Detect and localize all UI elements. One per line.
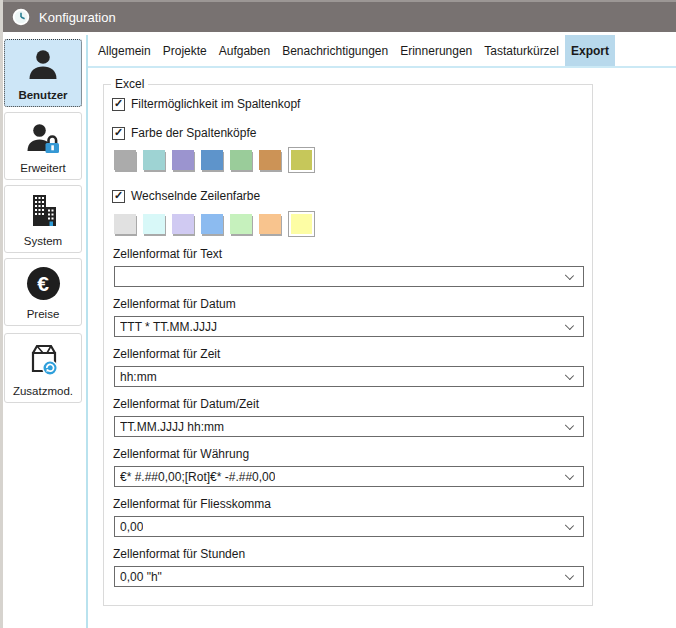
combobox-value: 0,00 "h" xyxy=(120,570,162,584)
field-zellenformat-datum-zeit: Zellenformat für Datum/Zeit TT.MM.JJJJ h… xyxy=(112,397,584,437)
checkbox-label: Wechselnde Zeilenfarbe xyxy=(131,189,260,203)
field-zellenformat-waehrung: Zellenformat für Währung €* #.##0,00;[Ro… xyxy=(112,447,584,487)
tab-export[interactable]: Export xyxy=(565,35,615,66)
zellenformat-zeit-combobox[interactable]: hh:mm xyxy=(114,366,584,387)
window-title: Konfiguration xyxy=(39,10,116,25)
sidebar-item-preise[interactable]: € Preise xyxy=(4,258,82,326)
chevron-down-icon xyxy=(565,321,574,330)
row-color-swatches xyxy=(114,211,315,237)
color-swatch[interactable] xyxy=(114,214,136,234)
sidebar: Benutzer Erweitert xyxy=(4,39,82,408)
color-swatch[interactable] xyxy=(143,214,165,234)
combobox-value: 0,00 xyxy=(120,520,143,534)
sidebar-item-label: Erweitert xyxy=(20,162,65,174)
zellenformat-fliesskomma-combobox[interactable]: 0,00 xyxy=(114,516,584,537)
building-icon xyxy=(25,186,61,235)
combobox-value: hh:mm xyxy=(120,370,157,384)
checkbox-farbe-spaltenkoepfe[interactable]: ✓ xyxy=(112,127,125,140)
tab-aufgaben[interactable]: Aufgaben xyxy=(213,35,276,66)
clock-app-icon xyxy=(12,8,30,26)
color-swatch[interactable] xyxy=(230,214,252,234)
tab-bar: Allgemein Projekte Aufgaben Benachrichti… xyxy=(92,35,615,66)
chevron-down-icon xyxy=(565,571,574,580)
sidebar-item-label: Zusatzmod. xyxy=(13,385,73,397)
combobox-value: €* #.##0,00;[Rot]€* -#.##0,00 xyxy=(120,470,275,484)
field-zellenformat-zeit: Zellenformat für Zeit hh:mm xyxy=(112,347,584,387)
checkmark-icon: ✓ xyxy=(114,127,123,138)
zellenformat-text-combobox[interactable] xyxy=(114,266,584,287)
checkbox-label: Filtermöglichkeit im Spaltenkopf xyxy=(131,97,300,111)
zellenformat-datum-zeit-combobox[interactable]: TT.MM.JJJJ hh:mm xyxy=(114,416,584,437)
color-swatch-selected[interactable] xyxy=(288,147,315,173)
combobox-value: TTT * TT.MM.JJJJ xyxy=(120,320,217,334)
field-zellenformat-datum: Zellenformat für Datum TTT * TT.MM.JJJJ xyxy=(112,297,584,337)
chevron-down-icon xyxy=(565,371,574,380)
field-label: Zellenformat für Datum/Zeit xyxy=(113,397,584,411)
color-swatch[interactable] xyxy=(172,214,194,234)
color-swatch[interactable] xyxy=(143,150,165,170)
euro-coin-icon: € xyxy=(27,259,60,308)
chevron-down-icon xyxy=(565,521,574,530)
combobox-value: TT.MM.JJJJ hh:mm xyxy=(120,420,224,434)
field-zellenformat-stunden: Zellenformat für Stunden 0,00 "h" xyxy=(112,547,584,587)
field-label: Zellenformat für Datum xyxy=(113,297,584,311)
sidebar-item-zusatzmod[interactable]: Zusatzmod. xyxy=(4,333,82,403)
titlebar[interactable]: Konfiguration xyxy=(3,2,676,32)
field-zellenformat-text: Zellenformat für Text xyxy=(112,247,584,287)
color-swatch[interactable] xyxy=(172,150,194,170)
sidebar-separator xyxy=(86,35,88,628)
chevron-down-icon xyxy=(565,271,574,280)
color-swatch[interactable] xyxy=(259,150,281,170)
color-swatch-selected[interactable] xyxy=(288,211,315,237)
color-swatch[interactable] xyxy=(259,214,281,234)
zellenformat-waehrung-combobox[interactable]: €* #.##0,00;[Rot]€* -#.##0,00 xyxy=(114,466,584,487)
sidebar-item-label: System xyxy=(24,235,62,247)
color-swatch[interactable] xyxy=(114,150,136,170)
field-label: Zellenformat für Währung xyxy=(113,447,584,461)
checkmark-icon: ✓ xyxy=(114,98,123,109)
user-lock-icon xyxy=(25,113,61,162)
checkmark-icon: ✓ xyxy=(114,190,123,201)
color-swatch[interactable] xyxy=(230,150,252,170)
checkbox-wechselnde-zeilenfarbe[interactable]: ✓ xyxy=(112,190,125,203)
color-swatch[interactable] xyxy=(201,150,223,170)
field-label: Zellenformat für Stunden xyxy=(113,547,584,561)
field-label: Zellenformat für Zeit xyxy=(113,347,584,361)
tab-projekte[interactable]: Projekte xyxy=(157,35,213,66)
field-zellenformat-fliesskomma: Zellenformat für Fliesskomma 0,00 xyxy=(112,497,584,537)
tab-allgemein[interactable]: Allgemein xyxy=(92,35,157,66)
header-color-swatches xyxy=(114,147,315,173)
row-color-checkbox-row: ✓ Wechselnde Zeilenfarbe xyxy=(112,189,260,203)
tab-tastaturkuerzel[interactable]: Tastaturkürzel xyxy=(478,35,565,66)
zellenformat-datum-combobox[interactable]: TTT * TT.MM.JJJJ xyxy=(114,316,584,337)
sidebar-item-label: Benutzer xyxy=(18,89,67,101)
filter-checkbox-row: ✓ Filtermöglichkeit im Spaltenkopf xyxy=(112,97,300,111)
chevron-down-icon xyxy=(565,421,574,430)
header-color-checkbox-row: ✓ Farbe der Spaltenköpfe xyxy=(112,126,256,140)
groupbox-label: Excel xyxy=(111,77,148,91)
dialog-client-area: Benutzer Erweitert xyxy=(3,32,676,628)
chevron-down-icon xyxy=(565,471,574,480)
sidebar-item-label: Preise xyxy=(27,308,60,320)
tab-underline xyxy=(88,66,676,68)
checkbox-label: Farbe der Spaltenköpfe xyxy=(131,126,256,140)
field-label: Zellenformat für Fliesskomma xyxy=(113,497,584,511)
konfiguration-window: Konfiguration Benutzer xyxy=(3,0,676,628)
sidebar-item-benutzer[interactable]: Benutzer xyxy=(4,39,82,107)
sidebar-item-system[interactable]: System xyxy=(4,185,82,253)
field-label: Zellenformat für Text xyxy=(113,247,584,261)
sidebar-item-erweitert[interactable]: Erweitert xyxy=(4,112,82,180)
user-icon xyxy=(25,40,61,89)
zellenformat-stunden-combobox[interactable]: 0,00 "h" xyxy=(114,566,584,587)
addon-box-icon xyxy=(24,334,62,385)
checkbox-filtermoeglichkeit[interactable]: ✓ xyxy=(112,98,125,111)
excel-groupbox: Excel ✓ Filtermöglichkeit im Spaltenkopf… xyxy=(103,84,593,606)
color-swatch[interactable] xyxy=(201,214,223,234)
tab-benachrichtigungen[interactable]: Benachrichtigungen xyxy=(276,35,394,66)
tab-erinnerungen[interactable]: Erinnerungen xyxy=(394,35,478,66)
